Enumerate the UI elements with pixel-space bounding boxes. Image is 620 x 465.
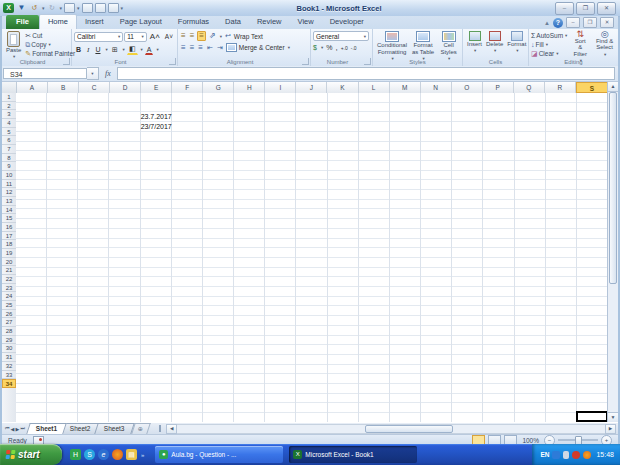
- qat-dropdown-icon[interactable]: ▾: [77, 5, 80, 11]
- row-header-28[interactable]: 28: [2, 327, 16, 336]
- redo-icon[interactable]: ↻: [47, 3, 58, 13]
- workbook-minimize-button[interactable]: –: [566, 17, 580, 28]
- folder-icon[interactable]: ▤: [126, 449, 137, 460]
- bold-button[interactable]: B: [74, 45, 83, 54]
- insert-cells-button[interactable]: Insert▾: [465, 31, 484, 54]
- scroll-up-icon[interactable]: ▲: [608, 82, 618, 92]
- scroll-left-icon[interactable]: ◀: [166, 424, 177, 434]
- font-dialog-launcher[interactable]: [169, 58, 176, 65]
- row-header-10[interactable]: 10: [2, 171, 16, 180]
- language-indicator[interactable]: EN: [540, 451, 549, 458]
- prev-sheet-icon[interactable]: ◀: [11, 426, 15, 432]
- column-header-J[interactable]: J: [296, 82, 327, 93]
- start-button[interactable]: start: [0, 444, 62, 465]
- wrap-text-button[interactable]: Wrap Text: [234, 33, 263, 40]
- align-center-icon[interactable]: ≡: [189, 44, 196, 52]
- ribbon-tab-developer[interactable]: Developer: [322, 15, 372, 29]
- middle-align-icon[interactable]: ≡: [189, 32, 196, 40]
- skype-icon[interactable]: S: [84, 449, 95, 460]
- borders-icon[interactable]: ⊞: [110, 45, 120, 55]
- tray-firefox-icon[interactable]: [583, 451, 591, 459]
- row-header-26[interactable]: 26: [2, 310, 16, 319]
- active-cell-S34[interactable]: [576, 411, 608, 422]
- qat-view-icon-2[interactable]: [95, 3, 106, 13]
- comma-style-icon[interactable]: ,: [335, 43, 337, 52]
- number-dialog-launcher[interactable]: [364, 58, 371, 65]
- decrease-indent-icon[interactable]: ⇤: [206, 44, 214, 52]
- column-header-C[interactable]: C: [79, 82, 110, 93]
- accounting-format-icon[interactable]: $: [313, 44, 317, 51]
- cell-E3[interactable]: 23.7.2017: [141, 112, 169, 122]
- ribbon-pin-icon[interactable]: ▲: [544, 20, 550, 26]
- row-header-1[interactable]: 1: [2, 93, 16, 102]
- row-header-17[interactable]: 17: [2, 232, 16, 241]
- qat-view-icon-3[interactable]: [108, 3, 119, 13]
- row-header-30[interactable]: 30: [2, 344, 16, 353]
- row-header-22[interactable]: 22: [2, 275, 16, 284]
- workbook-restore-button[interactable]: ❐: [583, 17, 597, 28]
- decrease-decimal-icon[interactable]: -.0: [351, 45, 357, 51]
- internet-explorer-icon[interactable]: e: [98, 449, 109, 460]
- row-header-23[interactable]: 23: [2, 284, 16, 293]
- column-header-O[interactable]: O: [452, 82, 483, 93]
- italic-button[interactable]: I: [85, 45, 91, 55]
- grow-font-icon[interactable]: A˄: [148, 31, 162, 42]
- row-header-14[interactable]: 14: [2, 206, 16, 215]
- last-sheet-icon[interactable]: ⏭: [20, 425, 25, 432]
- row-header-18[interactable]: 18: [2, 240, 16, 249]
- ribbon-tab-insert[interactable]: Insert: [77, 15, 112, 29]
- ribbon-tab-page-layout[interactable]: Page Layout: [112, 15, 170, 29]
- name-box[interactable]: S34: [3, 68, 87, 79]
- vertical-scroll-thumb[interactable]: [609, 92, 617, 284]
- workbook-close-button[interactable]: ✕: [600, 17, 614, 28]
- column-header-Q[interactable]: Q: [514, 82, 545, 93]
- row-header-9[interactable]: 9: [2, 162, 16, 171]
- tray-antivirus-icon[interactable]: [572, 451, 580, 459]
- quicklaunch-overflow-icon[interactable]: »: [140, 452, 144, 458]
- tab-split-handle[interactable]: [159, 425, 165, 432]
- row-header-27[interactable]: 27: [2, 318, 16, 327]
- ribbon-tab-home[interactable]: Home: [39, 14, 77, 29]
- shrink-font-icon[interactable]: A˅: [163, 32, 175, 41]
- percent-style-icon[interactable]: %: [326, 44, 332, 51]
- column-header-L[interactable]: L: [359, 82, 390, 93]
- row-header-8[interactable]: 8: [2, 154, 16, 163]
- column-header-B[interactable]: B: [48, 82, 79, 93]
- row-header-29[interactable]: 29: [2, 336, 16, 345]
- column-header-G[interactable]: G: [203, 82, 234, 93]
- sheet-tab-sheet3[interactable]: Sheet3: [94, 423, 134, 434]
- sheet-tab-sheet1[interactable]: Sheet1: [26, 423, 67, 434]
- column-header-M[interactable]: M: [390, 82, 421, 93]
- zoom-level[interactable]: 100%: [522, 437, 539, 444]
- align-right-icon[interactable]: ≡: [197, 44, 204, 52]
- row-header-5[interactable]: 5: [2, 128, 16, 137]
- grid-body[interactable]: 23.7.201723/7/2017: [16, 93, 608, 422]
- minimize-button[interactable]: –: [555, 2, 574, 15]
- bottom-align-icon[interactable]: ≡: [197, 31, 206, 41]
- row-header-13[interactable]: 13: [2, 197, 16, 206]
- tray-display-icon[interactable]: [552, 451, 560, 459]
- column-header-K[interactable]: K: [327, 82, 358, 93]
- scroll-down-icon[interactable]: ▼: [608, 412, 618, 422]
- insert-worksheet-tab[interactable]: ⊕: [132, 423, 152, 434]
- row-header-4[interactable]: 4: [2, 119, 16, 128]
- underline-button[interactable]: U: [93, 45, 102, 54]
- row-header-32[interactable]: 32: [2, 362, 16, 371]
- vertical-scrollbar[interactable]: ▲ ▼: [607, 82, 618, 422]
- row-header-21[interactable]: 21: [2, 266, 16, 275]
- task-button-browser[interactable]: ●Aula.bg - Question - ...: [155, 446, 283, 463]
- row-header-15[interactable]: 15: [2, 214, 16, 223]
- column-header-N[interactable]: N: [421, 82, 452, 93]
- qat-view-icon-1[interactable]: [82, 3, 93, 13]
- font-name-select[interactable]: Calibri▾: [74, 32, 123, 42]
- top-align-icon[interactable]: ≡: [180, 32, 187, 40]
- ribbon-tab-file[interactable]: File: [6, 15, 39, 29]
- cut-button[interactable]: ✂Cut: [25, 31, 75, 40]
- column-header-R[interactable]: R: [545, 82, 576, 93]
- row-header-34[interactable]: 34: [2, 379, 16, 388]
- fill-color-icon[interactable]: ◧: [127, 44, 138, 55]
- restore-button[interactable]: ❐: [576, 2, 595, 15]
- column-header-F[interactable]: F: [172, 82, 203, 93]
- orientation-icon[interactable]: ⇗: [208, 32, 217, 40]
- ribbon-tab-formulas[interactable]: Formulas: [170, 15, 217, 29]
